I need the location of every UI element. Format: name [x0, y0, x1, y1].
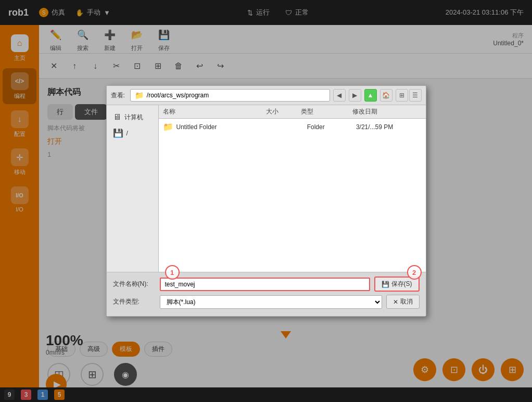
file-type: Folder: [307, 123, 356, 131]
col-name[interactable]: 名称: [163, 107, 267, 116]
col-type[interactable]: 类型: [301, 107, 352, 116]
path-folder-icon: 📁: [135, 91, 144, 99]
cancel-dialog-button[interactable]: ✕ 取消: [386, 295, 420, 309]
filename-label: 文件名称(N):: [113, 280, 160, 288]
look-in-label: 查看:: [111, 91, 125, 100]
drive-icon: 💾: [113, 128, 123, 138]
nav-up-button[interactable]: ▲: [364, 89, 377, 102]
file-date: 3/21/...59 PM: [356, 123, 422, 131]
col-date[interactable]: 修改日期: [352, 107, 422, 116]
nav-back-button[interactable]: ◀: [333, 89, 346, 102]
file-row-untitled-folder[interactable]: 📁 Untitled Folder Folder 3/21/...59 PM: [159, 119, 426, 135]
annotation-1: 1: [165, 265, 180, 280]
dialog-path-bar: 📁 /root/arcs_ws/program: [130, 89, 330, 102]
dialog-file-list: 名称 大小 类型 修改日期 📁 Untitled Folder Folder 3…: [159, 105, 426, 272]
filetype-select[interactable]: 脚本(*.lua): [160, 295, 382, 309]
filename-input[interactable]: [160, 278, 370, 291]
filetype-row: 文件类型: 脚本(*.lua) ✕ 取消: [113, 295, 420, 309]
dialog-path-text: /root/arcs_ws/program: [147, 92, 209, 99]
dialog-toolbar: 查看: 📁 /root/arcs_ws/program ◀ ▶ ▲ 🏠 ⊞ ☰: [107, 86, 426, 105]
view-list-button[interactable]: ☰: [409, 89, 422, 102]
nav-forward-button[interactable]: ▶: [349, 89, 361, 102]
computer-icon: 🖥: [113, 112, 121, 122]
dialog-footer: 1 2 文件名称(N): 💾 保存(S) 文件类型: 脚本(*.lua): [107, 272, 426, 316]
sidebar-computer[interactable]: 🖥 计算机: [109, 109, 156, 125]
nav-home-button[interactable]: 🏠: [380, 89, 392, 102]
filename-row: 文件名称(N): 💾 保存(S): [113, 277, 420, 292]
save-dialog-icon: 💾: [382, 281, 389, 288]
dialog-body: 🖥 计算机 💾 / 名称 大小 类型 修改日期 📁 Untit: [107, 105, 426, 272]
view-buttons: ⊞ ☰: [396, 89, 422, 102]
file-dialog: 查看: 📁 /root/arcs_ws/program ◀ ▶ ▲ 🏠 ⊞ ☰ …: [106, 85, 426, 317]
file-dialog-overlay: 查看: 📁 /root/arcs_ws/program ◀ ▶ ▲ 🏠 ⊞ ☰ …: [0, 0, 532, 402]
file-name: Untitled Folder: [176, 123, 274, 131]
folder-icon: 📁: [163, 122, 173, 132]
file-list-header: 名称 大小 类型 修改日期: [159, 105, 426, 119]
view-grid-button[interactable]: ⊞: [396, 89, 408, 102]
sidebar-root[interactable]: 💾 /: [109, 125, 156, 141]
cancel-icon: ✕: [393, 298, 398, 306]
annotation-2: 2: [407, 265, 422, 280]
filetype-label: 文件类型:: [113, 297, 160, 306]
col-size[interactable]: 大小: [266, 107, 300, 116]
dialog-sidebar: 🖥 计算机 💾 /: [107, 105, 159, 272]
